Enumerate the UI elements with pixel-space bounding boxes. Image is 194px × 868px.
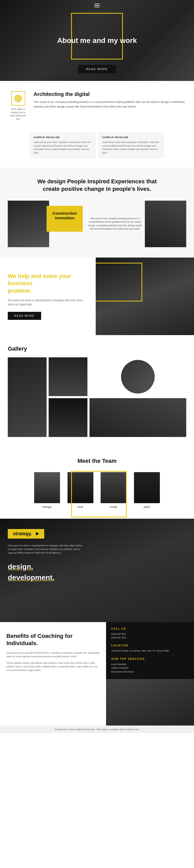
construction-box: Construction innovation — [46, 206, 83, 232]
gallery-item-2 — [121, 360, 155, 394]
construction-img-right — [145, 200, 186, 247]
strategy-section: strategy. Duis aute irure dolor in repre… — [0, 519, 194, 622]
benefits-text1: Sed pulvinar prim gravida hendrerit lect… — [6, 651, 100, 658]
gallery-img-1 — [48, 357, 88, 396]
sample-col1-headline: SAMPLE HEADLINE — [34, 136, 92, 138]
benefits-right: CALL US (234) 567-891 (234) 987-654 LOCA… — [106, 622, 194, 725]
team-heading: Meet the Team — [8, 458, 186, 464]
hamburger-menu[interactable] — [94, 4, 100, 7]
strategy-content: strategy. Duis aute irure dolor in repre… — [8, 529, 186, 582]
sample-col-1: SAMPLE HEADLINE Justo donec enim diam vu… — [30, 132, 96, 158]
construction-img-left — [8, 200, 49, 247]
arch-section: Click again or double click to start edi… — [0, 81, 194, 131]
contact-photo — [106, 679, 194, 725]
service2: Airport Transfers — [111, 666, 189, 670]
problem-read-more-button[interactable]: READ MORE — [8, 312, 41, 320]
problem-section: We help and solve your business problem.… — [0, 257, 194, 335]
construction-img-left-bg — [8, 200, 49, 247]
arch-heading: Architecting the digital — [34, 91, 186, 97]
team-photo-linda — [101, 472, 127, 503]
arch-click-text: Click again or double click to start edi… — [8, 107, 28, 121]
gallery-item-5 — [8, 357, 46, 437]
team-member-paul: paul — [132, 472, 162, 508]
call-us-label: CALL US — [111, 627, 189, 630]
services-label: OUR TOP SERVICES — [111, 657, 189, 660]
benefits-left: Benefits of Coaching for Individuals. Se… — [0, 622, 106, 725]
team-photo-margo — [34, 472, 60, 503]
sample-headlines: SAMPLE HEADLINE Justo donec enim diam vu… — [0, 131, 194, 167]
gallery-item-1 — [48, 357, 88, 396]
team-section: Meet the Team margo nick linda paul — [0, 447, 194, 519]
team-photo-linda-bg — [101, 472, 127, 503]
service3: Excursions and Tours — [111, 670, 189, 674]
arch-right: Architecting the digital The result of o… — [34, 91, 186, 109]
strategy-label: strategy. — [13, 531, 32, 536]
footer-note: Sample text. Click to select the text bo… — [0, 725, 194, 733]
gallery-img-5 — [8, 357, 46, 437]
benefits-section: Benefits of Coaching for Individuals. Se… — [0, 622, 194, 725]
problem-heading: We help and solve your business problem. — [8, 273, 88, 295]
problem-heading-normal: We help and solve your business — [8, 273, 71, 287]
team-name-nick: nick — [77, 505, 84, 508]
gallery-item-4 — [90, 398, 186, 437]
hero-section: About me and my work READ MORE — [0, 0, 194, 81]
phone2: (234) 987-654 — [111, 636, 189, 640]
problem-right — [96, 257, 194, 335]
arch-icon — [11, 91, 25, 105]
sample-col1-text: Justo donec enim diam vulputate ut phare… — [34, 141, 92, 155]
team-name-paul: paul — [144, 505, 150, 508]
team-member-margo: margo — [32, 472, 62, 508]
gallery-img-3 — [48, 398, 88, 437]
team-photo-nick-bg — [67, 472, 93, 503]
gallery-img-2 — [121, 360, 155, 394]
team-photo-nick — [67, 472, 93, 503]
team-grid: margo nick linda paul — [32, 472, 162, 508]
development-tag: development. — [8, 574, 186, 582]
team-name-margo: margo — [42, 505, 52, 508]
team-name-linda: linda — [110, 505, 117, 508]
construction-center: Construction innovation The result of ou… — [49, 200, 145, 247]
gallery-section: Gallery — [0, 335, 194, 447]
strategy-tag[interactable]: strategy. — [8, 529, 44, 538]
problem-text: Duis aute irure dolor in reprehenderit i… — [8, 299, 88, 307]
service1: Local transfers — [111, 662, 189, 666]
phone1: (234) 567-891 — [111, 632, 189, 636]
gallery-heading: Gallery — [8, 345, 186, 352]
contact-box: CALL US (234) 567-891 (234) 987-654 LOCA… — [106, 622, 194, 679]
gallery-img-4 — [90, 398, 186, 437]
contact-photo-bg — [106, 679, 194, 725]
hero-content: About me and my work — [57, 36, 137, 45]
gallery-grid — [8, 357, 186, 437]
address: 121 Rock Street, 21 Avenue, New York, NY… — [111, 649, 189, 653]
inspired-heading: We design People Inspired Experiences th… — [32, 178, 162, 193]
team-member-nick: nick — [66, 472, 95, 508]
arch-left: Click again or double click to start edi… — [8, 91, 28, 121]
strategy-text: Duis aute irure dolor in reprehenderit i… — [8, 544, 85, 555]
footer-note-text: Sample text. Click to select the text bo… — [54, 728, 139, 731]
play-icon — [36, 532, 39, 535]
location-label: LOCATION — [111, 644, 189, 647]
gallery-item-3 — [48, 398, 88, 437]
problem-left: We help and solve your business problem.… — [0, 257, 96, 335]
team-member-linda: linda — [99, 472, 129, 508]
arch-icon-inner — [14, 95, 22, 102]
benefits-heading: Benefits of Coaching for Individuals. — [6, 632, 100, 647]
hero-title: About me and my work — [57, 36, 137, 45]
sample-col-2: SAMPLE HEADLINE Justo donec enim diam vu… — [98, 132, 164, 158]
problem-image — [96, 257, 194, 335]
construction-description: The result of our company branding proce… — [88, 217, 142, 231]
arch-description: The result of our company branding proce… — [34, 100, 186, 109]
construction-heading: Construction innovation — [51, 211, 79, 220]
problem-heading-accent: problem. — [8, 287, 32, 294]
sample-col2-text: Justo donec enim diam vulputate ut phare… — [102, 141, 160, 155]
hero-read-more-button[interactable]: READ MORE — [78, 65, 116, 73]
construction-row: Construction innovation The result of ou… — [8, 200, 186, 247]
team-photo-paul — [134, 472, 160, 503]
inspired-section: We design People Inspired Experiences th… — [0, 167, 194, 257]
team-photo-margo-bg — [34, 472, 60, 503]
team-photo-paul-bg — [134, 472, 160, 503]
sample-col2-headline: SAMPLE HEADLINE — [102, 136, 160, 138]
benefits-text2: Turpis egestas integer eget aliquet nibh… — [6, 661, 100, 672]
design-tag: design. — [8, 563, 186, 571]
construction-img-right-bg — [145, 200, 186, 247]
